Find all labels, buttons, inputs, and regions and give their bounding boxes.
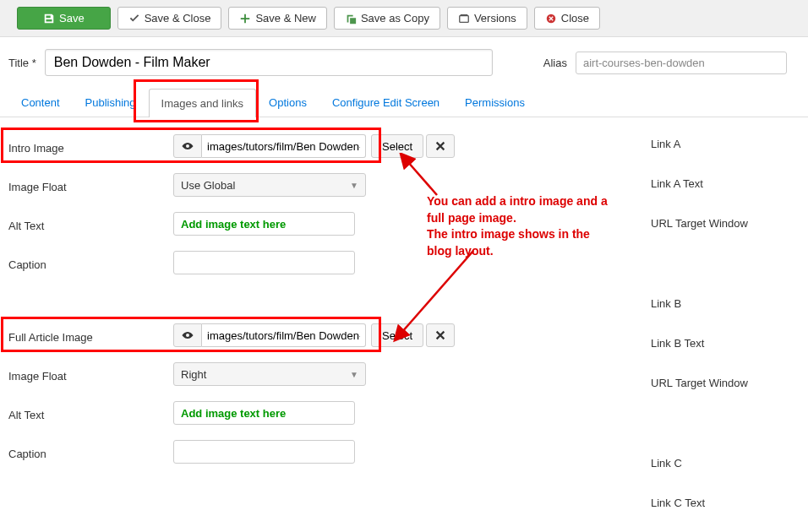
versions-icon xyxy=(458,13,470,24)
intro-alt-label: Alt Text xyxy=(8,216,173,232)
save-label: Save xyxy=(59,12,85,24)
link-b-label: Link B xyxy=(651,297,800,310)
full-float-value: Right xyxy=(181,368,206,381)
versions-button[interactable]: Versions xyxy=(447,7,527,30)
annotation-box-intro xyxy=(1,128,381,163)
link-c-text-label: Link C Text xyxy=(651,497,800,509)
full-float-row: Image Float Right ▼ xyxy=(8,362,651,386)
apply-icon xyxy=(43,13,55,24)
save-new-button[interactable]: Save & New xyxy=(228,7,327,30)
url-target-b-label: URL Target Window xyxy=(651,377,800,389)
link-a-label: Link A xyxy=(651,138,800,150)
save-copy-button[interactable]: Save as Copy xyxy=(334,7,440,30)
check-icon xyxy=(128,13,140,24)
link-a-text-label: Link A Text xyxy=(651,177,800,190)
title-label: Title * xyxy=(8,57,36,69)
right-column: Link A Link A Text URL Target Window Lin… xyxy=(651,134,800,532)
plus-icon xyxy=(239,13,251,24)
tabs: Content Publishing Images and links Opti… xyxy=(0,88,808,117)
full-alt-label: Alt Text xyxy=(8,405,173,421)
tab-permissions[interactable]: Permissions xyxy=(452,88,538,117)
annotation-text: You can add a intro image and a full pag… xyxy=(427,193,613,259)
close-button[interactable]: Close xyxy=(534,7,600,30)
alias-label: Alias xyxy=(543,57,567,69)
title-row: Title * Alias xyxy=(0,37,808,76)
tab-configure-edit-screen[interactable]: Configure Edit Screen xyxy=(319,88,452,117)
full-float-label: Image Float xyxy=(8,366,173,383)
url-target-a-label: URL Target Window xyxy=(651,217,800,230)
save-close-button[interactable]: Save & Close xyxy=(117,7,222,30)
full-caption-row: Caption xyxy=(8,440,651,464)
annotation-box-full xyxy=(1,317,381,352)
tab-options[interactable]: Options xyxy=(256,88,319,117)
title-input[interactable] xyxy=(45,49,493,76)
link-b-text-label: Link B Text xyxy=(651,337,800,350)
link-c-label: Link C xyxy=(651,457,800,470)
svg-rect-0 xyxy=(460,15,469,22)
full-alt-input[interactable] xyxy=(173,401,355,425)
intro-caption-label: Caption xyxy=(8,255,173,271)
alias-input[interactable] xyxy=(576,52,787,74)
full-caption-label: Caption xyxy=(8,444,173,460)
close-icon xyxy=(545,13,557,24)
intro-float-dropdown[interactable]: Use Global ▼ xyxy=(173,173,366,197)
clear-icon xyxy=(434,140,446,152)
left-column: Intro Image Select Image Float Use Globa… xyxy=(8,134,651,532)
full-image-clear-button[interactable] xyxy=(426,323,455,347)
toolbar: Save Save & Close Save & New Save as Cop… xyxy=(0,0,808,37)
intro-float-value: Use Global xyxy=(181,179,235,192)
content-area: Intro Image Select Image Float Use Globa… xyxy=(0,117,808,532)
chevron-down-icon: ▼ xyxy=(350,181,358,190)
intro-alt-input[interactable] xyxy=(173,212,355,236)
full-alt-row: Alt Text xyxy=(8,401,651,425)
full-image-row: Full Article Image Select xyxy=(8,323,651,347)
copy-icon xyxy=(345,13,357,24)
versions-label: Versions xyxy=(474,12,516,24)
intro-float-label: Image Float xyxy=(8,177,173,193)
chevron-down-icon: ▼ xyxy=(350,370,358,379)
save-copy-label: Save as Copy xyxy=(361,12,429,24)
save-close-label: Save & Close xyxy=(145,12,211,24)
save-button[interactable]: Save xyxy=(17,7,111,30)
intro-image-row: Intro Image Select xyxy=(8,134,651,158)
intro-caption-input[interactable] xyxy=(173,251,355,274)
annotation-box-tab xyxy=(134,79,259,122)
tab-content[interactable]: Content xyxy=(8,88,73,117)
clear-icon xyxy=(434,329,446,341)
intro-image-clear-button[interactable] xyxy=(426,134,455,158)
close-label: Close xyxy=(561,12,589,24)
full-caption-input[interactable] xyxy=(173,440,355,464)
full-float-dropdown[interactable]: Right ▼ xyxy=(173,362,366,386)
save-new-label: Save & New xyxy=(255,12,316,24)
